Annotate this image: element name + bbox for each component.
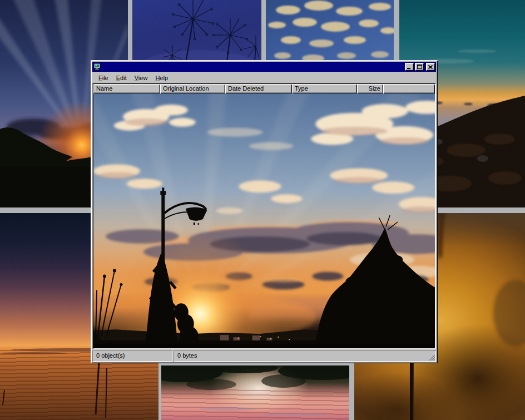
recycle-bin-window: File Edit View Help Name Original Locati… — [91, 60, 438, 363]
status-object-count: 0 object(s) — [92, 350, 172, 362]
minimize-icon — [407, 65, 412, 69]
menu-edit[interactable]: Edit — [112, 73, 131, 82]
menu-help[interactable]: Help — [151, 73, 172, 82]
column-header-date-deleted[interactable]: Date Deleted — [225, 84, 292, 93]
resize-grip-icon[interactable] — [428, 354, 435, 361]
column-header-row: Name Original Location Date Deleted Type… — [93, 84, 435, 93]
titlebar[interactable] — [92, 62, 436, 72]
column-header-filler — [383, 84, 435, 93]
column-header-name[interactable]: Name — [93, 84, 160, 93]
column-header-size[interactable]: Size — [357, 84, 383, 93]
minimize-button[interactable] — [405, 63, 414, 71]
sunset-lamppost-photo — [93, 93, 435, 348]
list-view-area[interactable] — [93, 93, 435, 348]
statusbar: 0 object(s) 0 bytes — [92, 350, 436, 362]
close-button[interactable] — [426, 63, 435, 71]
menu-view[interactable]: View — [131, 73, 152, 82]
close-icon — [428, 65, 433, 69]
maximize-button[interactable] — [415, 63, 424, 71]
computer-icon — [93, 63, 101, 71]
wallpaper-tile-water-reflection — [161, 365, 349, 420]
desktop: File Edit View Help Name Original Locati… — [0, 0, 525, 420]
column-header-type[interactable]: Type — [292, 84, 357, 93]
maximize-icon — [417, 65, 422, 69]
menu-file[interactable]: File — [95, 73, 112, 82]
menubar: File Edit View Help — [92, 72, 436, 83]
list-view: Name Original Location Date Deleted Type… — [92, 83, 436, 349]
column-header-original-location[interactable]: Original Location — [160, 84, 225, 93]
status-size: 0 bytes — [174, 350, 436, 362]
